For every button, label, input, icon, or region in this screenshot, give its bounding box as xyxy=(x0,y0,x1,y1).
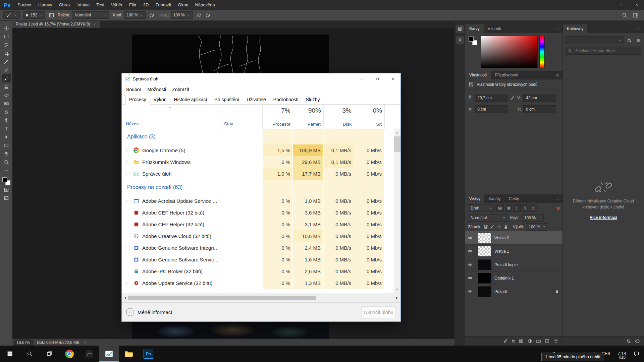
taskbar-file-explorer-button[interactable] xyxy=(119,346,139,362)
brush-panel-toggle[interactable] xyxy=(49,12,54,18)
menu-zobrazit[interactable]: Zobrazit xyxy=(152,2,174,7)
process-row-adobe-update-service-32-bitu[interactable]: Adobe Update Service (32 bitů) 0 %1,3 MB… xyxy=(122,277,400,289)
tab-barvy[interactable]: Barvy xyxy=(465,24,484,33)
process-row-adobe-acrobat-update-service[interactable]: Adobe Acrobat Update Service … 0 %1,0 MB… xyxy=(122,195,400,207)
layer-visibility-toggle[interactable] xyxy=(465,258,475,271)
taskbar-creative-cloud-button[interactable] xyxy=(79,346,99,362)
tool-dots[interactable] xyxy=(2,166,11,175)
tab-vrstvy[interactable]: Vrstvy xyxy=(465,194,484,203)
tab-vykon[interactable]: Výkon xyxy=(150,95,170,105)
less-info-label[interactable]: Méně informací xyxy=(138,309,172,315)
taskbar-photoshop-button[interactable]: Ps xyxy=(139,346,158,362)
scroll-up-button[interactable]: ▲ xyxy=(394,129,400,136)
document-tab[interactable]: Plakát 1.psd @ 16,7% (Vrstva 2,CMYK/8) xyxy=(12,20,100,28)
menu-vrstva[interactable]: Vrstva xyxy=(74,2,93,7)
delete-layer-icon[interactable] xyxy=(553,339,558,344)
process-row-adobe-creative-cloud-32-bitu[interactable]: Adobe Creative Cloud (32 bitů) 0 %10,6 M… xyxy=(122,230,400,242)
expand-chevron-icon[interactable] xyxy=(122,149,133,152)
x-field[interactable]: 0 cm xyxy=(475,105,507,113)
layer-thumbnail[interactable] xyxy=(478,286,491,297)
tab-uzivatele[interactable]: Uživatelé xyxy=(243,95,270,105)
tool-blur[interactable] xyxy=(2,108,11,116)
column-status[interactable]: Stav xyxy=(221,105,262,129)
scrollbar-thumb[interactable] xyxy=(128,296,316,300)
tool-shape[interactable] xyxy=(2,141,11,149)
tab-kanaly[interactable]: Kanály xyxy=(484,194,505,203)
tm-menu-moznosti[interactable]: Možnosti xyxy=(144,87,169,92)
lock-pixels-icon[interactable] xyxy=(490,225,495,229)
cloud-icon[interactable] xyxy=(635,339,640,344)
search-icon[interactable] xyxy=(622,12,628,18)
expand-chevron-icon[interactable] xyxy=(122,172,133,176)
maximize-button[interactable] xyxy=(614,0,629,10)
taskbar-task-view-button[interactable] xyxy=(40,346,59,362)
column-pamet[interactable]: 90% Paměť xyxy=(293,105,323,129)
close-button[interactable] xyxy=(629,0,644,10)
zoom-level-field[interactable]: 16,67% xyxy=(14,340,33,346)
lock-position-icon[interactable] xyxy=(497,225,501,229)
tool-preset-picker[interactable] xyxy=(3,11,20,19)
layer-visibility-toggle[interactable] xyxy=(465,285,475,298)
airbrush-toggle[interactable] xyxy=(196,12,202,18)
layer-row-pozadi-kopie[interactable]: Pozadí kopie xyxy=(465,258,562,272)
end-task-button[interactable]: Ukončit úlohu xyxy=(362,306,396,318)
layer-opacity-select[interactable]: 100 % xyxy=(522,214,544,222)
layer-row-vrstva-1[interactable]: Vrstva 1 xyxy=(465,245,562,258)
width-field[interactable]: 29,7 cm xyxy=(475,94,507,102)
layer-row-obdelnik-1[interactable]: Obdélník 1 xyxy=(465,272,562,285)
pressure-opacity-toggle[interactable] xyxy=(149,12,155,18)
pixel-layers-filter-icon[interactable] xyxy=(496,204,504,212)
tool-zoom[interactable] xyxy=(2,158,11,166)
layer-visibility-toggle[interactable] xyxy=(465,245,475,258)
foreground-background-swatches[interactable] xyxy=(469,37,477,45)
tool-marquee[interactable] xyxy=(2,32,11,41)
taskbar-task-manager-button[interactable] xyxy=(99,346,119,362)
expand-chevron-icon[interactable] xyxy=(122,246,133,250)
tool-gradient[interactable] xyxy=(2,99,11,108)
close-icon[interactable] xyxy=(93,23,96,26)
tab-po-spusteni[interactable]: Po spuštění xyxy=(211,95,243,105)
flow-select[interactable]: 100 % xyxy=(171,11,193,19)
filter-toggle[interactable] xyxy=(557,207,560,210)
group-row-aplikace-3[interactable]: Aplikace (3) xyxy=(122,129,400,144)
group-row-procesy-na-pozadi-63[interactable]: Procesy na pozadí (63) xyxy=(122,180,400,195)
layer-thumbnail[interactable] xyxy=(478,246,491,257)
taskbar-start-button[interactable] xyxy=(0,346,20,362)
screen-mode-button[interactable] xyxy=(2,194,11,202)
library-select[interactable] xyxy=(566,36,624,44)
column-name[interactable]: Název xyxy=(122,105,221,129)
menu-soubor[interactable]: Soubor xyxy=(14,2,35,7)
hue-slider[interactable] xyxy=(539,36,545,68)
column-procesor[interactable]: 7% Procesor xyxy=(262,105,293,129)
tool-type[interactable] xyxy=(2,124,11,133)
menu-napoveda[interactable]: Nápověda xyxy=(192,2,218,7)
sync-icon[interactable] xyxy=(626,339,631,344)
chevron-right-icon[interactable] xyxy=(84,341,87,344)
layer-fill-select[interactable]: 100 % xyxy=(526,223,548,231)
tab-procesy[interactable]: Procesy xyxy=(125,95,150,105)
grid-view-button[interactable] xyxy=(626,37,633,44)
menu-obraz[interactable]: Obraz xyxy=(55,2,74,7)
panel-menu-button[interactable] xyxy=(552,24,562,33)
maximize-button[interactable] xyxy=(370,73,385,84)
scrollbar-thumb[interactable] xyxy=(394,136,400,152)
tool-pathsel[interactable] xyxy=(2,133,11,141)
tool-crop[interactable] xyxy=(2,49,11,57)
tool-hand[interactable] xyxy=(2,149,11,158)
horizontal-scrollbar[interactable]: ◀ ▶ xyxy=(122,293,400,302)
more-info-link[interactable]: Více informací xyxy=(590,215,617,221)
lock-transparency-icon[interactable] xyxy=(483,225,488,229)
tool-eraser[interactable] xyxy=(2,91,11,99)
layer-style-icon[interactable]: fx xyxy=(512,339,515,344)
panel-menu-button[interactable] xyxy=(552,71,562,79)
collapsed-panel-pen-button[interactable] xyxy=(456,36,464,44)
layer-thumbnail[interactable] xyxy=(478,233,491,243)
menu-vyber[interactable]: Výběr xyxy=(108,2,126,7)
adjustment-layers-filter-icon[interactable] xyxy=(505,204,512,212)
tab-cesty[interactable]: Cesty xyxy=(505,194,523,203)
menu-text[interactable]: Text xyxy=(93,2,108,7)
tm-menu-soubor[interactable]: Soubor xyxy=(123,87,144,92)
layer-group-icon[interactable] xyxy=(536,339,541,344)
height-field[interactable]: 42 cm xyxy=(523,94,556,102)
tool-move[interactable] xyxy=(2,24,11,32)
